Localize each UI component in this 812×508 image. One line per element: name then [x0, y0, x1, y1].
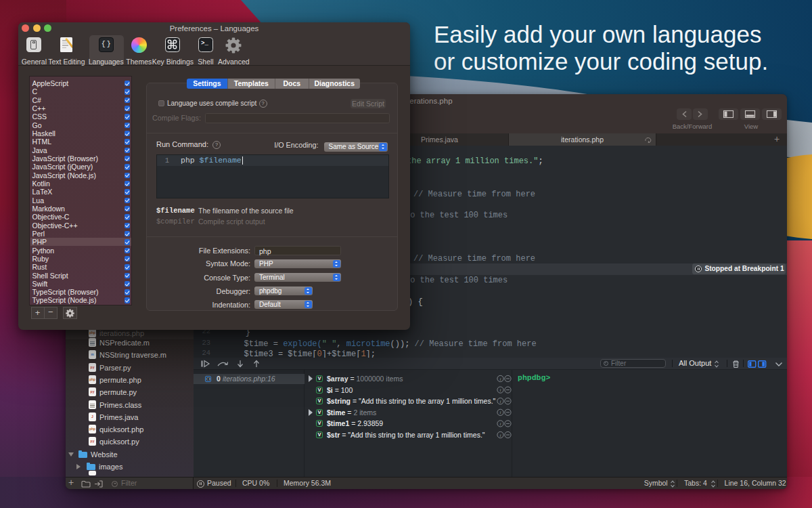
svg-text:i: i [500, 399, 501, 404]
svg-text:i: i [500, 387, 501, 393]
svg-text:i: i [500, 377, 501, 382]
svg-text:i: i [500, 410, 501, 415]
svg-text:i: i [500, 433, 501, 438]
svg-text:i: i [500, 421, 501, 427]
